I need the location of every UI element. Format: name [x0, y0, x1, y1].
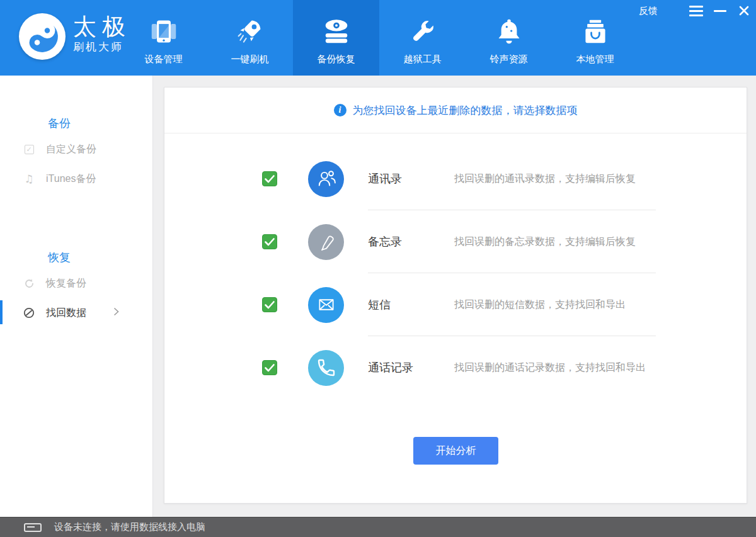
sidebar-section-backup: 备份 [48, 116, 71, 131]
sidebar-item-custom-backup[interactable]: ✓ 自定义备份 [0, 140, 153, 159]
tab-one-key-flash[interactable]: 一键刷机 [207, 0, 293, 76]
list-item-memo: 备忘录 找回误删的备忘录数据，支持编辑后恢复 [164, 210, 748, 273]
rocket-icon [236, 15, 264, 48]
app-header: 太极 刷机大师 设备管理 [0, 0, 756, 76]
main-content: i 为您找回设备上最近删除的数据，请选择数据项 通讯录 找回误删的通讯录数据 [153, 76, 756, 517]
find-data-panel: i 为您找回设备上最近删除的数据，请选择数据项 通讯录 找回误删的通讯录数据 [164, 87, 747, 504]
refresh-icon [23, 278, 35, 289]
bag-icon [581, 15, 609, 48]
tab-label: 设备管理 [145, 54, 183, 65]
memo-checkbox[interactable] [262, 234, 277, 249]
close-icon [739, 6, 749, 16]
call-icon [308, 350, 344, 386]
info-banner: i 为您找回设备上最近删除的数据，请选择数据项 [164, 88, 747, 133]
tab-label: 一键刷机 [231, 54, 269, 65]
bell-icon [495, 15, 523, 48]
main-nav: 设备管理 一键刷机 [120, 0, 638, 76]
usb-cable-icon [24, 523, 42, 532]
item-description: 找回误删的通话记录数据，支持找回和导出 [454, 361, 646, 375]
call-log-checkbox[interactable] [262, 360, 277, 375]
database-icon [322, 15, 351, 48]
sidebar-item-restore-backup[interactable]: 恢复备份 [0, 274, 153, 293]
minimize-button[interactable] [708, 1, 732, 20]
phone-icon [150, 15, 178, 48]
hamburger-icon [689, 6, 703, 16]
contacts-checkbox[interactable] [262, 171, 277, 186]
status-message: 设备未连接，请使用数据线接入电脑 [54, 521, 205, 533]
tab-backup-restore[interactable]: 备份恢复 [293, 0, 379, 76]
item-description: 找回误删的通讯录数据，支持编辑后恢复 [454, 172, 636, 186]
item-label: 通讯录 [368, 171, 454, 186]
chevron-right-icon [113, 307, 119, 319]
tab-label: 备份恢复 [318, 54, 355, 65]
start-analysis-button[interactable]: 开始分析 [413, 437, 498, 465]
status-bar: 设备未连接，请使用数据线接入电脑 [0, 517, 756, 537]
tab-label: 本地管理 [576, 54, 614, 65]
wrench-icon [410, 15, 436, 48]
feedback-link[interactable]: 反馈 [639, 5, 658, 17]
banner-text: 为您找回设备上最近删除的数据，请选择数据项 [353, 103, 578, 118]
data-type-list: 通讯录 找回误删的通讯录数据，支持编辑后恢复 备忘录 找回误删的备忘录数据，支持… [164, 147, 748, 399]
item-description: 找回误删的备忘录数据，支持编辑后恢复 [454, 235, 636, 249]
close-button[interactable] [732, 1, 756, 20]
list-item-call-log: 通话记录 找回误删的通话记录数据，支持找回和导出 [164, 336, 748, 399]
sidebar-section-restore: 恢复 [48, 250, 71, 265]
item-label: 备忘录 [368, 234, 454, 249]
checkbox-icon: ✓ [23, 145, 35, 154]
music-note-icon: ♫ [23, 172, 35, 185]
active-item-indicator [0, 300, 3, 324]
sidebar: 备份 ✓ 自定义备份 ♫ iTunes备份 恢复 恢复备份 找回数据 [0, 76, 153, 517]
sidebar-item-find-data[interactable]: 找回数据 [0, 303, 153, 322]
item-label: 短信 [368, 297, 454, 312]
sms-checkbox[interactable] [262, 297, 277, 312]
tab-label: 铃声资源 [490, 54, 528, 65]
tab-device-management[interactable]: 设备管理 [120, 0, 207, 76]
sidebar-item-itunes-backup[interactable]: ♫ iTunes备份 [0, 169, 153, 188]
item-description: 找回误删的短信数据，支持找回和导出 [454, 298, 626, 312]
list-item-contacts: 通讯录 找回误删的通讯录数据，支持编辑后恢复 [164, 147, 748, 210]
list-item-sms: 短信 找回误删的短信数据，支持找回和导出 [164, 273, 748, 336]
tab-ringtone-resources[interactable]: 铃声资源 [466, 0, 552, 76]
minimize-icon [714, 10, 726, 12]
app-logo: 太极 刷机大师 [19, 13, 131, 60]
tab-label: 越狱工具 [404, 54, 442, 65]
info-icon: i [334, 104, 346, 116]
memo-icon [308, 224, 344, 260]
item-label: 通话记录 [368, 360, 454, 375]
menu-button[interactable] [684, 1, 708, 20]
sms-icon [308, 287, 344, 323]
contacts-icon [308, 161, 344, 197]
tab-local-management[interactable]: 本地管理 [552, 0, 638, 76]
titlebar-controls: 反馈 [639, 0, 756, 21]
no-entry-icon [23, 307, 35, 319]
tab-jailbreak-tools[interactable]: 越狱工具 [379, 0, 466, 76]
taiji-logo-icon [19, 13, 66, 60]
